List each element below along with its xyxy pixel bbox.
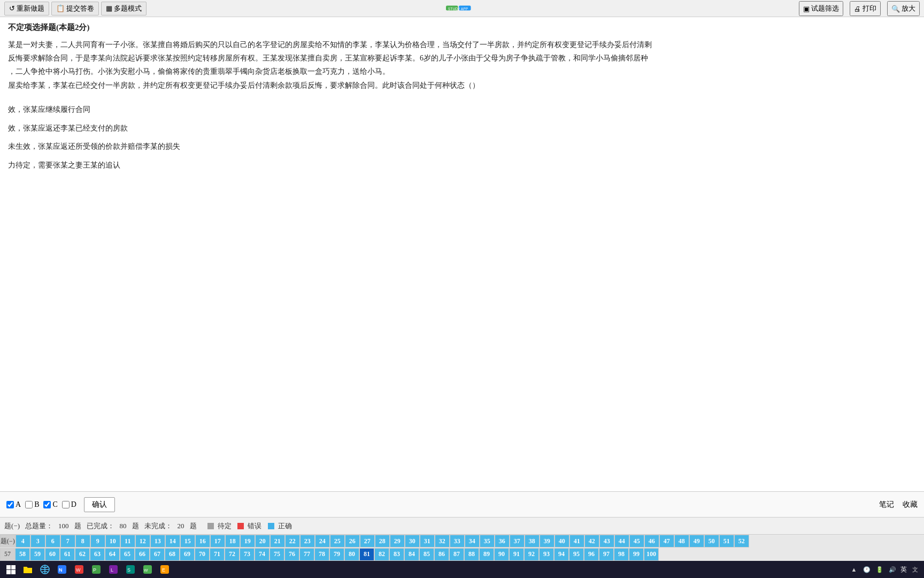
taskbar-app5-icon[interactable]: S <box>124 563 137 576</box>
num-cell-19[interactable]: 19 <box>240 535 255 547</box>
print-button[interactable]: 🖨 打印 <box>850 1 881 16</box>
num-cell-74[interactable]: 74 <box>255 548 270 561</box>
taskbar-app1-icon[interactable]: N <box>56 563 68 576</box>
num-cell-22[interactable]: 22 <box>285 535 300 547</box>
num-cell-68[interactable]: 68 <box>165 548 180 561</box>
num-cell-90[interactable]: 90 <box>494 548 509 561</box>
num-cell-18[interactable]: 18 <box>225 535 240 547</box>
num-cell-62[interactable]: 62 <box>75 548 90 561</box>
num-cell-70[interactable]: 70 <box>195 548 210 561</box>
num-cell-30[interactable]: 30 <box>405 535 420 547</box>
num-cell-17[interactable]: 17 <box>210 535 225 547</box>
num-cell-11[interactable]: 11 <box>120 535 135 547</box>
num-cell-67[interactable]: 67 <box>150 548 165 561</box>
num-cell-46[interactable]: 46 <box>644 535 659 547</box>
num-cell-50[interactable]: 50 <box>704 535 719 547</box>
multi-mode-button[interactable]: ▦ 多题模式 <box>101 2 147 16</box>
num-cell-49[interactable]: 49 <box>689 535 704 547</box>
redo-button[interactable]: ↺ 重新做题 <box>4 2 49 16</box>
taskbar-app3-icon[interactable]: P <box>90 563 103 576</box>
num-cell-36[interactable]: 36 <box>495 535 510 547</box>
num-cell-73[interactable]: 73 <box>240 548 255 561</box>
num-cell-12[interactable]: 12 <box>135 535 150 547</box>
num-cell-34[interactable]: 34 <box>465 535 480 547</box>
num-cell-93[interactable]: 93 <box>539 548 554 561</box>
num-cell-35[interactable]: 35 <box>480 535 495 547</box>
num-cell-7[interactable]: 7 <box>60 535 75 547</box>
num-cell-83[interactable]: 83 <box>389 548 404 561</box>
num-cell-82[interactable]: 82 <box>374 548 389 561</box>
confirm-button[interactable]: 确认 <box>84 497 115 512</box>
num-cell-24[interactable]: 24 <box>315 535 330 547</box>
num-cell-80[interactable]: 80 <box>344 548 359 561</box>
num-cell-81[interactable]: 81 <box>359 548 374 561</box>
answer-option-c[interactable]: C <box>43 500 57 509</box>
num-cell-88[interactable]: 88 <box>464 548 479 561</box>
num-cell-3[interactable]: 3 <box>30 535 45 547</box>
num-cell-16[interactable]: 16 <box>195 535 210 547</box>
num-cell-63[interactable]: 63 <box>90 548 105 561</box>
num-cell-41[interactable]: 41 <box>569 535 584 547</box>
notes-button[interactable]: 笔记 <box>879 500 894 509</box>
num-cell-94[interactable]: 94 <box>554 548 569 561</box>
taskbar-study-icon[interactable]: E <box>158 563 171 576</box>
num-cell-85[interactable]: 85 <box>419 548 434 561</box>
checkbox-c[interactable] <box>43 501 51 508</box>
num-cell-32[interactable]: 32 <box>435 535 450 547</box>
num-cell-47[interactable]: 47 <box>659 535 674 547</box>
num-cell-99[interactable]: 99 <box>629 548 644 561</box>
num-cell-21[interactable]: 21 <box>270 535 285 547</box>
checkbox-b[interactable] <box>25 501 33 508</box>
num-cell-97[interactable]: 97 <box>599 548 614 561</box>
num-cell-79[interactable]: 79 <box>329 548 344 561</box>
num-cell-58[interactable]: 58 <box>15 548 30 561</box>
taskbar-app4-icon[interactable]: L <box>107 563 120 576</box>
num-cell-95[interactable]: 95 <box>569 548 584 561</box>
taskbar-app2-icon[interactable]: W <box>73 563 86 576</box>
submit-button[interactable]: 📋 提交答卷 <box>51 2 99 16</box>
num-cell-27[interactable]: 27 <box>360 535 375 547</box>
num-cell-59[interactable]: 59 <box>30 548 45 561</box>
filter-button[interactable]: ▣ 试题筛选 <box>799 1 843 16</box>
num-cell-91[interactable]: 91 <box>509 548 524 561</box>
num-cell-6[interactable]: 6 <box>45 535 60 547</box>
num-cell-15[interactable]: 15 <box>180 535 195 547</box>
num-cell-92[interactable]: 92 <box>524 548 539 561</box>
num-cell-64[interactable]: 64 <box>105 548 120 561</box>
num-cell-89[interactable]: 89 <box>479 548 494 561</box>
answer-option-a[interactable]: A <box>6 500 21 509</box>
num-cell-26[interactable]: 26 <box>345 535 360 547</box>
num-cell-87[interactable]: 87 <box>449 548 464 561</box>
num-cell-43[interactable]: 43 <box>599 535 614 547</box>
collect-button[interactable]: 收藏 <box>903 500 918 509</box>
num-cell-86[interactable]: 86 <box>434 548 449 561</box>
num-cell-13[interactable]: 13 <box>150 535 165 547</box>
enlarge-button[interactable]: 🔍 放大 <box>887 1 920 16</box>
num-cell-8[interactable]: 8 <box>75 535 90 547</box>
num-cell-20[interactable]: 20 <box>255 535 270 547</box>
num-cell-31[interactable]: 31 <box>420 535 435 547</box>
num-cell-100[interactable]: 100 <box>644 548 659 561</box>
num-cell-40[interactable]: 40 <box>555 535 569 547</box>
num-cell-37[interactable]: 37 <box>510 535 525 547</box>
num-cell-28[interactable]: 28 <box>375 535 390 547</box>
num-cell-71[interactable]: 71 <box>210 548 225 561</box>
num-cell-75[interactable]: 75 <box>270 548 284 561</box>
num-cell-48[interactable]: 48 <box>674 535 689 547</box>
num-cell-4[interactable]: 4 <box>16 535 30 547</box>
num-cell-9[interactable]: 9 <box>90 535 105 547</box>
num-cell-23[interactable]: 23 <box>300 535 315 547</box>
answer-option-b[interactable]: B <box>25 500 39 509</box>
checkbox-a[interactable] <box>6 501 14 508</box>
answer-option-d[interactable]: D <box>62 500 76 509</box>
num-cell-39[interactable]: 39 <box>540 535 555 547</box>
num-cell-14[interactable]: 14 <box>165 535 180 547</box>
num-cell-38[interactable]: 38 <box>525 535 540 547</box>
num-cell-42[interactable]: 42 <box>584 535 599 547</box>
num-cell-61[interactable]: 61 <box>60 548 75 561</box>
num-cell-84[interactable]: 84 <box>404 548 419 561</box>
num-cell-76[interactable]: 76 <box>284 548 299 561</box>
num-cell-69[interactable]: 69 <box>180 548 195 561</box>
num-cell-77[interactable]: 77 <box>299 548 314 561</box>
num-cell-78[interactable]: 78 <box>314 548 329 561</box>
